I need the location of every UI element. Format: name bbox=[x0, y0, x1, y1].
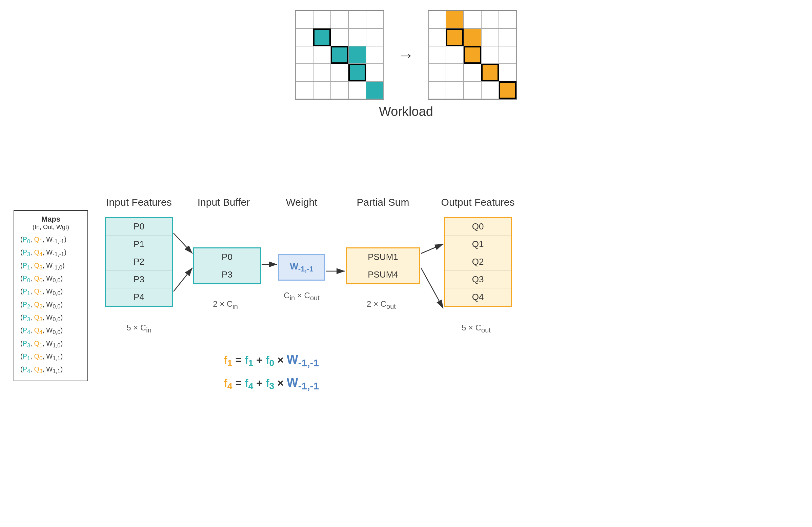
right-cell-1-3 bbox=[481, 28, 499, 46]
input-buffer-label: 2 × Cin bbox=[190, 299, 261, 310]
right-cell-0-4 bbox=[499, 11, 517, 28]
box-output-features: Q0 Q1 Q2 Q3 Q4 bbox=[444, 217, 512, 307]
f4-mult: × bbox=[277, 377, 287, 389]
right-cell-0-0 bbox=[429, 11, 446, 28]
partial-sum-label: 2 × Cout bbox=[342, 299, 420, 310]
right-cell-1-2 bbox=[464, 28, 481, 46]
right-cell-3-1 bbox=[446, 64, 464, 81]
svg-line-1 bbox=[174, 233, 192, 253]
right-cell-0-2 bbox=[464, 11, 481, 28]
map-item-2: (P1, Q3, W-1,0) bbox=[20, 260, 81, 273]
input-row-p4: P4 bbox=[106, 289, 172, 306]
box-input-features: P0 P1 P2 P3 P4 bbox=[105, 217, 173, 307]
buffer-row-p3: P3 bbox=[194, 266, 260, 283]
map-item-1: (P3, Q4, W-1,-1) bbox=[20, 246, 81, 259]
f4-op: + bbox=[256, 377, 266, 389]
left-cell-2-1 bbox=[313, 46, 331, 64]
left-cell-3-3 bbox=[348, 64, 366, 81]
right-cell-2-3 bbox=[481, 46, 499, 64]
svg-line-4 bbox=[421, 244, 443, 253]
formula-2: f4 = f4 + f3 × W-1,-1 bbox=[224, 376, 319, 392]
output-row-q0: Q0 bbox=[445, 218, 511, 236]
left-cell-2-0 bbox=[295, 46, 313, 64]
output-row-q2: Q2 bbox=[445, 253, 511, 271]
output-row-q4: Q4 bbox=[445, 289, 511, 306]
right-cell-3-4 bbox=[499, 64, 517, 81]
map-item-8: (P3, Q1, W1,0) bbox=[20, 338, 81, 350]
box-input-buffer: P0 P3 bbox=[193, 247, 261, 284]
header-input-features: Input Features bbox=[105, 196, 173, 208]
f4-lhs: f4 bbox=[224, 377, 232, 389]
left-cell-0-2 bbox=[331, 11, 348, 28]
right-cell-3-3 bbox=[481, 64, 499, 81]
left-cell-0-3 bbox=[348, 11, 366, 28]
formula-1: f1 = f1 + f0 × W-1,-1 bbox=[224, 352, 319, 369]
f4-t2: f3 bbox=[266, 377, 274, 389]
right-cell-0-1 bbox=[446, 11, 464, 28]
formula-section: f1 = f1 + f0 × W-1,-1 f4 = f4 + f3 × W-1… bbox=[224, 352, 319, 398]
right-cell-1-1 bbox=[446, 28, 464, 46]
f4-eq: = bbox=[235, 377, 245, 389]
left-cell-4-0 bbox=[295, 81, 313, 99]
maps-box: Maps (In, Out, Wgt) (P0, Q1, W-1,-1)(P3,… bbox=[14, 210, 88, 381]
left-cell-3-2 bbox=[331, 64, 348, 81]
header-weight: Weight bbox=[275, 196, 329, 208]
map-item-10: (P4, Q3, W1,1) bbox=[20, 363, 81, 376]
psum-row-4: PSUM4 bbox=[347, 266, 419, 283]
map-item-0: (P0, Q1, W-1,-1) bbox=[20, 234, 81, 246]
input-row-p3: P3 bbox=[106, 271, 172, 289]
map-item-7: (P4, Q4, W0,0) bbox=[20, 324, 81, 337]
map-item-4: (P1, Q1, W0,0) bbox=[20, 286, 81, 298]
right-cell-2-4 bbox=[499, 46, 517, 64]
right-cell-4-4 bbox=[499, 81, 517, 99]
weight-dims-label: Cin × Cout bbox=[275, 291, 329, 302]
right-cell-2-2 bbox=[464, 46, 481, 64]
workload-label: Workload bbox=[379, 104, 433, 119]
left-cell-0-4 bbox=[366, 11, 383, 28]
right-cell-1-4 bbox=[499, 28, 517, 46]
left-cell-2-3 bbox=[348, 46, 366, 64]
output-row-q3: Q3 bbox=[445, 271, 511, 289]
header-partial-sum: Partial Sum bbox=[342, 196, 424, 208]
left-cell-0-0 bbox=[295, 11, 313, 28]
workload-section: → Workload bbox=[295, 10, 517, 119]
maps-subtitle: (In, Out, Wgt) bbox=[20, 224, 81, 231]
diagram-section: Input Features Input Buffer Weight Parti… bbox=[105, 196, 798, 507]
right-cell-4-3 bbox=[481, 81, 499, 99]
right-cell-0-3 bbox=[481, 11, 499, 28]
left-cell-1-1 bbox=[313, 28, 331, 46]
svg-line-5 bbox=[421, 268, 443, 308]
right-cell-2-0 bbox=[429, 46, 446, 64]
right-cell-1-0 bbox=[429, 28, 446, 46]
left-cell-4-4 bbox=[366, 81, 383, 99]
right-cell-4-2 bbox=[464, 81, 481, 99]
right-cell-4-0 bbox=[429, 81, 446, 99]
maps-title: Maps bbox=[20, 215, 81, 224]
weight-label: W-1,-1 bbox=[281, 261, 322, 274]
output-row-q1: Q1 bbox=[445, 236, 511, 253]
arrow-symbol: → bbox=[398, 46, 414, 64]
left-cell-4-3 bbox=[348, 81, 366, 99]
svg-line-2 bbox=[174, 268, 192, 291]
left-cell-1-2 bbox=[331, 28, 348, 46]
box-weight: W-1,-1 bbox=[278, 254, 325, 281]
right-cell-3-0 bbox=[429, 64, 446, 81]
maps-items: (P0, Q1, W-1,-1)(P3, Q4, W-1,-1)(P1, Q3,… bbox=[20, 234, 81, 377]
left-cell-0-1 bbox=[313, 11, 331, 28]
left-cell-3-4 bbox=[366, 64, 383, 81]
f1-w: W-1,-1 bbox=[287, 352, 319, 366]
input-row-p0: P0 bbox=[106, 218, 172, 236]
f1-t1: f1 bbox=[245, 354, 253, 366]
left-cell-4-2 bbox=[331, 81, 348, 99]
map-item-9: (P1, Q0, W1,1) bbox=[20, 350, 81, 363]
map-item-6: (P3, Q3, W0,0) bbox=[20, 311, 81, 324]
left-cell-3-0 bbox=[295, 64, 313, 81]
f4-w: W-1,-1 bbox=[287, 376, 319, 390]
input-row-p1: P1 bbox=[106, 236, 172, 253]
f4-t1: f4 bbox=[245, 377, 253, 389]
right-cell-3-2 bbox=[464, 64, 481, 81]
left-grid bbox=[295, 10, 384, 100]
right-cell-4-1 bbox=[446, 81, 464, 99]
f1-lhs: f1 bbox=[224, 354, 232, 366]
output-features-label: 5 × Cout bbox=[440, 323, 512, 334]
